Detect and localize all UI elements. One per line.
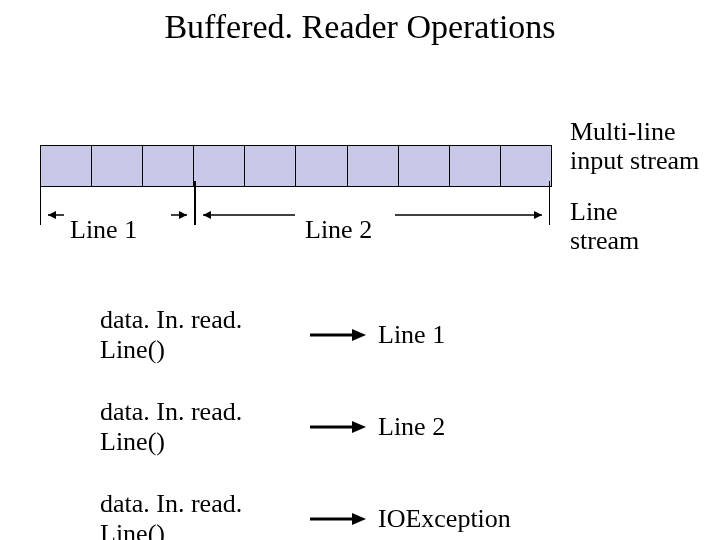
operation-result: Line 1 bbox=[378, 320, 445, 350]
input-stream-boxes bbox=[40, 145, 552, 187]
stream-cell bbox=[143, 146, 194, 186]
operation-result: IOException bbox=[378, 504, 511, 534]
operation-call: data. In. read. Line() bbox=[100, 397, 310, 457]
arrow-right-icon bbox=[310, 327, 370, 343]
svg-marker-5 bbox=[203, 211, 211, 219]
stream-cell bbox=[41, 146, 92, 186]
range-line-2: Line 2 bbox=[195, 205, 550, 235]
line-stream-l1: Line bbox=[570, 197, 618, 226]
line-stream-label: Line stream bbox=[570, 198, 639, 255]
stream-label-l1: Multi-line bbox=[570, 117, 675, 146]
stream-cell bbox=[92, 146, 143, 186]
stream-cell bbox=[450, 146, 501, 186]
operation-call: data. In. read. Line() bbox=[100, 305, 310, 365]
range-2-label: Line 2 bbox=[305, 215, 372, 245]
svg-marker-9 bbox=[352, 329, 366, 341]
multi-line-stream-label: Multi-line input stream bbox=[570, 118, 699, 175]
operations-list: data. In. read. Line()Line 1data. In. re… bbox=[100, 305, 511, 540]
stream-label-l2: input stream bbox=[570, 146, 699, 175]
line-stream-l2: stream bbox=[570, 226, 639, 255]
svg-marker-13 bbox=[352, 513, 366, 525]
stream-cell bbox=[501, 146, 551, 186]
stream-cell bbox=[245, 146, 296, 186]
svg-marker-11 bbox=[352, 421, 366, 433]
stream-cell bbox=[296, 146, 347, 186]
stream-cell bbox=[348, 146, 399, 186]
range-1-label: Line 1 bbox=[70, 215, 137, 245]
page-title: Buffered. Reader Operations bbox=[0, 8, 720, 46]
svg-marker-7 bbox=[534, 211, 542, 219]
svg-marker-3 bbox=[179, 211, 187, 219]
stream-cell bbox=[194, 146, 245, 186]
operation-row: data. In. read. Line()IOException bbox=[100, 489, 511, 540]
svg-marker-1 bbox=[48, 211, 56, 219]
range-bracket bbox=[195, 205, 550, 235]
operation-result: Line 2 bbox=[378, 412, 445, 442]
operation-row: data. In. read. Line()Line 2 bbox=[100, 397, 511, 457]
arrow-right-icon bbox=[310, 511, 370, 527]
operation-row: data. In. read. Line()Line 1 bbox=[100, 305, 511, 365]
stream-cell bbox=[399, 146, 450, 186]
arrow-right-icon bbox=[310, 419, 370, 435]
range-line-1: Line 1 bbox=[40, 205, 195, 235]
operation-call: data. In. read. Line() bbox=[100, 489, 310, 540]
